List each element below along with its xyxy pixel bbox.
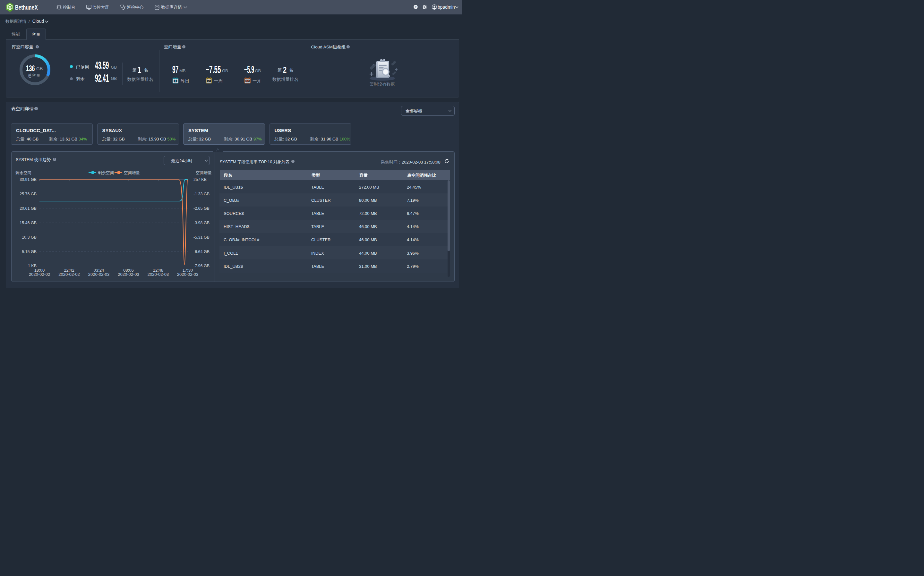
svg-text:1: 1 <box>175 79 176 83</box>
svg-text:7: 7 <box>208 79 210 83</box>
svg-text:30: 30 <box>246 79 249 83</box>
svg-text:?: ? <box>415 5 417 9</box>
